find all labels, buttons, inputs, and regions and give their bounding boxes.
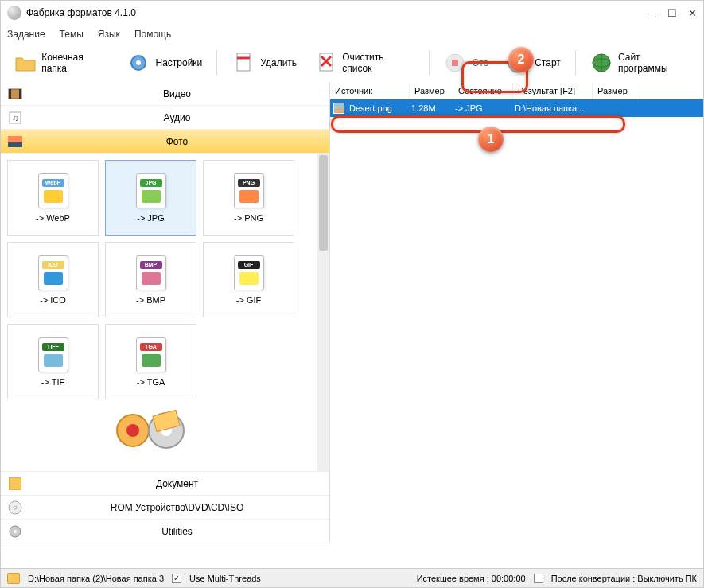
- format-label: -> GIF: [236, 295, 261, 305]
- category-rom-label: ROM Устройство\DVD\CD\ISO: [31, 502, 323, 513]
- format-scrollbar[interactable]: [317, 154, 329, 471]
- format-gif[interactable]: GIF -> GIF: [203, 242, 294, 317]
- stop-button[interactable]: Сто: [437, 48, 495, 78]
- col-out-size[interactable]: Размер: [593, 82, 640, 99]
- col-size[interactable]: Размер: [410, 82, 453, 99]
- category-document-label: Документ: [31, 478, 323, 489]
- settings-label: Настройки: [155, 57, 202, 68]
- app-icon: [7, 6, 21, 20]
- format-ico[interactable]: ICO -> ICO: [7, 242, 99, 317]
- category-utilities-label: Utilities: [31, 526, 323, 537]
- file-row[interactable]: Desert.png 1.28M -> JPG D:\Новая папка..…: [330, 99, 703, 117]
- format-label: -> TGA: [137, 377, 165, 387]
- maximize-button[interactable]: ☐: [667, 7, 677, 19]
- col-source[interactable]: Источник: [330, 82, 410, 99]
- category-video-label: Видео: [31, 88, 323, 99]
- svg-text:♫: ♫: [12, 113, 18, 123]
- svg-rect-17: [8, 142, 22, 147]
- website-label: Сайт программы: [618, 52, 690, 74]
- globe-icon: [590, 51, 613, 75]
- svg-point-19: [126, 424, 139, 437]
- toolbar: Конечная папка Настройки Удалить Очистит…: [1, 44, 703, 82]
- category-document[interactable]: Документ: [1, 472, 329, 496]
- format-jpg[interactable]: JPG -> JPG: [105, 160, 196, 236]
- delete-icon: [231, 51, 255, 75]
- output-folder-label: Конечная папка: [41, 52, 109, 74]
- format-label: -> JPG: [137, 213, 165, 223]
- category-video[interactable]: Видео: [1, 82, 329, 106]
- multithread-checkbox[interactable]: ✓: [172, 574, 181, 583]
- output-folder-button[interactable]: Конечная папка: [7, 48, 115, 78]
- format-icon: TGA: [134, 337, 169, 372]
- format-grid: WebP -> WebP JPG -> JPG PNG -> PNG ICO -…: [1, 154, 329, 471]
- format-icon: ICO: [36, 255, 71, 290]
- main-area: Видео ♫ Аудио Фото WebP -> WebP JPG -> J…: [1, 82, 703, 543]
- output-path[interactable]: D:\Новая папка (2)\Новая папка 3: [28, 574, 164, 583]
- minimize-button[interactable]: —: [646, 7, 656, 19]
- left-panel: Видео ♫ Аудио Фото WebP -> WebP JPG -> J…: [1, 82, 330, 543]
- category-audio[interactable]: ♫ Аудио: [1, 106, 329, 130]
- folder-icon[interactable]: [7, 573, 20, 584]
- format-label: -> ICO: [40, 295, 66, 305]
- category-photo-label: Фото: [31, 136, 323, 147]
- format-tga[interactable]: TGA -> TGA: [105, 324, 196, 399]
- format-icon: PNG: [231, 173, 266, 208]
- format-label: -> WebP: [36, 213, 70, 223]
- after-convert-label: После конвертации : Выключить ПК: [551, 574, 697, 583]
- clear-list-label: Очистить список: [342, 52, 414, 74]
- window-title: Фабрика форматов 4.1.0: [26, 7, 646, 18]
- format-tiff[interactable]: TIFF -> TIF: [7, 324, 99, 399]
- stop-label: Сто: [472, 57, 488, 68]
- start-label: Старт: [535, 57, 561, 68]
- menu-task[interactable]: Задание: [7, 29, 45, 40]
- website-button[interactable]: Сайт программы: [584, 48, 697, 78]
- video-icon: [7, 86, 23, 102]
- column-headers: Источник Размер Состояние Результат [F2]…: [330, 82, 703, 99]
- format-webp[interactable]: WebP -> WebP: [7, 160, 99, 236]
- file-result: D:\Новая папка...: [510, 103, 605, 113]
- category-photo[interactable]: Фото: [1, 130, 329, 154]
- clear-list-button[interactable]: Очистить список: [308, 48, 420, 78]
- annotation-badge-2: 2: [508, 47, 534, 72]
- gear-icon: [126, 51, 150, 75]
- delete-button[interactable]: Удалить: [225, 48, 303, 78]
- stop-icon: [443, 51, 467, 75]
- svg-rect-2: [237, 53, 250, 71]
- format-icon: WebP: [36, 173, 71, 208]
- svg-point-27: [14, 530, 17, 533]
- svg-rect-23: [9, 477, 21, 490]
- toolbar-separator: [216, 50, 217, 76]
- file-icon: [333, 103, 344, 114]
- format-png[interactable]: PNG -> PNG: [203, 160, 294, 236]
- close-button[interactable]: ✕: [688, 7, 697, 19]
- format-bmp[interactable]: BMP -> BMP: [105, 242, 196, 317]
- file-state: -> JPG: [450, 103, 510, 113]
- annotation-badge-1: 1: [478, 127, 504, 152]
- title-bar: Фабрика форматов 4.1.0 — ☐ ✕: [1, 1, 703, 25]
- menu-bar: Задание Темы Язык Помощь: [1, 25, 703, 44]
- delete-label: Удалить: [260, 57, 297, 68]
- svg-point-1: [136, 60, 141, 65]
- svg-rect-13: [19, 89, 21, 99]
- settings-button[interactable]: Настройки: [120, 48, 208, 78]
- photo-icon: [7, 134, 23, 150]
- col-state[interactable]: Состояние: [453, 82, 513, 99]
- menu-help[interactable]: Помощь: [134, 29, 171, 40]
- scrollbar-thumb[interactable]: [319, 155, 328, 251]
- format-label: -> PNG: [234, 213, 263, 223]
- window-controls: — ☐ ✕: [646, 7, 697, 19]
- col-result[interactable]: Результат [F2]: [513, 82, 593, 99]
- advanced-settings-button[interactable]: [7, 403, 301, 458]
- category-utilities[interactable]: Utilities: [1, 520, 329, 543]
- disc-icon: [7, 500, 23, 516]
- format-icon: GIF: [231, 255, 266, 290]
- document-icon: [7, 476, 23, 492]
- multithread-label: Use Multi-Threads: [189, 574, 261, 583]
- menu-language[interactable]: Язык: [98, 29, 120, 40]
- file-name: Desert.png: [344, 103, 406, 113]
- elapsed-time: Истекшее время : 00:00:00: [417, 574, 526, 583]
- menu-themes[interactable]: Темы: [60, 29, 84, 40]
- audio-icon: ♫: [7, 110, 23, 126]
- category-rom[interactable]: ROM Устройство\DVD\CD\ISO: [1, 496, 329, 520]
- after-convert-checkbox[interactable]: [534, 574, 543, 583]
